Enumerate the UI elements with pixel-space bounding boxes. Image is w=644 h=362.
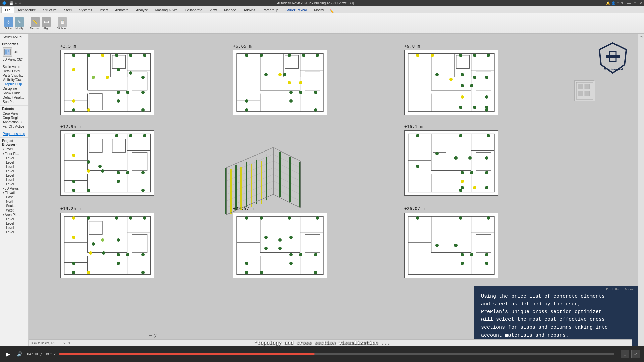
col-dot	[89, 251, 92, 255]
tab-addins[interactable]: Add-Ins	[240, 7, 259, 13]
col-dot	[461, 253, 464, 256]
col-dot	[117, 253, 120, 256]
ribbon-btn-clipboard[interactable]: 📋 Clipboard	[57, 17, 68, 30]
level-item-3[interactable]: Level	[5, 165, 26, 169]
tab-architecture[interactable]: Architecture	[14, 7, 39, 13]
col-dot	[141, 271, 145, 274]
tab-structure[interactable]: Structure	[39, 7, 60, 13]
area-level-item-2[interactable]: Level	[5, 221, 26, 226]
col-dot	[470, 171, 473, 174]
sidebar-area-plans-expand[interactable]: ▾ Area Pla...	[2, 213, 26, 217]
theater-mode-button[interactable]: ⊞	[621, 350, 629, 358]
sidebar-extents-section: Extents Crop View Crop Region Vi... Anno…	[0, 106, 28, 130]
elevation-north[interactable]: North	[5, 199, 26, 204]
right-sidebar-handle[interactable]: ◀	[638, 34, 644, 39]
levels-expand-icon: ▾	[3, 148, 4, 151]
tab-collaborate[interactable]: Collaborate	[181, 7, 206, 13]
elevation-south[interactable]: Sout...	[5, 204, 26, 208]
col-dot	[278, 238, 282, 242]
sidebar-graphic-display[interactable]: Graphic Display	[2, 82, 26, 86]
col-dot	[289, 236, 293, 239]
floor-label-7: +19.25 m	[60, 206, 154, 211]
sidebar-3d-label: 3D	[13, 50, 19, 54]
svg-rect-1	[5, 50, 7, 52]
elevation-west[interactable]: West	[5, 208, 26, 213]
area-level-item-4[interactable]: Level	[5, 230, 26, 234]
level-item-1[interactable]: Level	[5, 156, 26, 160]
col-dot	[459, 54, 462, 57]
col-dot	[245, 108, 248, 112]
elevation-east[interactable]: East	[5, 195, 26, 199]
sidebar-3d-views-expand[interactable]: ▾ 3D Views	[2, 186, 26, 191]
col-dot	[102, 251, 105, 255]
svg-rect-3	[5, 52, 7, 54]
tab-massing[interactable]: Massing & Site	[152, 7, 181, 13]
svg-rect-85	[246, 162, 247, 207]
sidebar-properties-help-link[interactable]: Properties help	[2, 132, 26, 136]
level-item-5[interactable]: Level	[5, 173, 26, 178]
level-item-4[interactable]: Level	[5, 169, 26, 173]
sidebar-floor-plans-expand[interactable]: ▾ Floor Pl...	[2, 152, 26, 156]
fullscreen-button[interactable]: ⤢	[631, 350, 640, 358]
sidebar-levels-expand[interactable]: ▾ Level	[2, 147, 26, 152]
tab-view[interactable]: View	[206, 7, 221, 13]
col-dot	[115, 134, 118, 137]
svg-line-77	[273, 181, 300, 194]
elevation-items: East North Sout... West	[2, 195, 26, 213]
tab-structurepal[interactable]: Structure-Pal	[282, 7, 311, 13]
area-level-item-1[interactable]: Level	[5, 217, 26, 221]
col-dot	[316, 216, 319, 220]
tab-paragroup[interactable]: Paragroup	[259, 7, 282, 13]
ribbon-btn-measure[interactable]: 📏 Measure	[30, 17, 40, 30]
col-dot	[264, 247, 268, 250]
col-dot	[87, 160, 90, 164]
coord-y-label: — y	[60, 341, 65, 345]
tab-file[interactable]: File	[1, 7, 14, 13]
tab-manage[interactable]: Manage	[220, 7, 240, 13]
col-dot	[487, 54, 490, 57]
sidebar-visibility-graphics[interactable]: Visibility/Graphi...	[2, 78, 26, 82]
volume-button[interactable]: 🔊	[15, 350, 23, 358]
sidebar-project-browser: Project Browser - ▾ Level ▾ Floor Pl... …	[0, 138, 28, 236]
area-level-item-3[interactable]: Level	[5, 226, 26, 230]
svg-rect-22	[132, 72, 147, 90]
col-dot	[115, 216, 118, 220]
ribbon-btn-modify[interactable]: ✎ Modify	[15, 17, 24, 30]
sidebar-elevation-expand[interactable]: ▾ Elevatio...	[2, 191, 26, 195]
svg-rect-128	[476, 234, 491, 252]
floor-label-9: +26.07 m	[404, 206, 498, 211]
col-dot	[72, 271, 75, 274]
sidebar-parts-visibility: Parts Visibility	[2, 73, 26, 78]
progress-bar[interactable]	[59, 353, 614, 355]
tab-modify[interactable]: Modify	[310, 7, 327, 13]
play-button[interactable]: ▶	[4, 350, 12, 358]
tab-insert[interactable]: Insert	[96, 7, 111, 13]
col-dot	[302, 54, 305, 57]
info-box-text: Using the price list of concrete element…	[481, 293, 631, 340]
floor-plan-6: +16.1 m	[404, 124, 498, 196]
level-item-2[interactable]: Level	[5, 160, 26, 165]
tab-analyze[interactable]: Analyze	[132, 7, 152, 13]
ribbon-btn-align[interactable]: ⟺ Align	[42, 17, 51, 30]
level-item-6[interactable]: Level	[5, 178, 26, 182]
col-dot	[454, 156, 458, 160]
col-dot	[129, 216, 132, 220]
sidebar-properties-help: Properties help	[0, 130, 28, 138]
floor-plans-expand-icon: ▾	[3, 152, 4, 155]
tab-systems[interactable]: Systems	[75, 7, 96, 13]
col-dot	[260, 54, 263, 57]
ribbon-btn-select[interactable]: ⊹ Select	[4, 17, 13, 30]
level-item-7[interactable]: Level	[5, 182, 26, 186]
col-dot	[449, 78, 453, 81]
bottom-bar: ▶ 🔊 04:00 / 08:52 ⊞ ⤢	[0, 346, 644, 362]
window-controls: 🔔 👤 ? ⚙ — □ ✕	[606, 1, 642, 5]
tab-annotate[interactable]: Annotate	[111, 7, 132, 13]
svg-rect-113	[132, 234, 147, 252]
svg-rect-86	[256, 160, 257, 204]
svg-rect-103	[476, 152, 491, 170]
tab-steel[interactable]: Steel	[60, 7, 75, 13]
area-level-items: Level Level Level Level	[2, 217, 26, 234]
sidebar-structure-pal[interactable]: Structure-Pal	[2, 35, 26, 39]
exit-fullscreen-btn[interactable]: Exit Full Screen	[606, 287, 635, 292]
sidebar-sun-path: Sun Path	[2, 100, 26, 104]
